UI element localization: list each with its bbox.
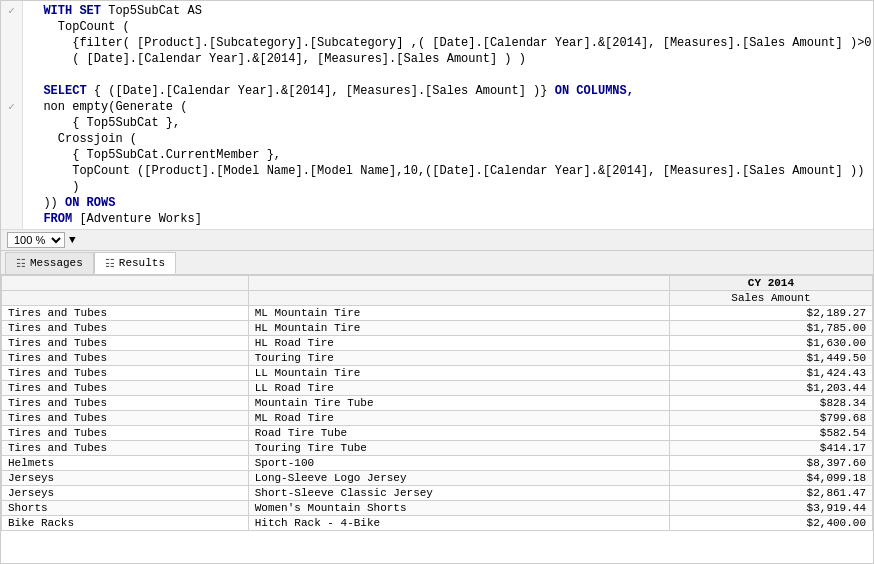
ln-blank5 [1,83,22,99]
cell-category: Tires and Tubes [2,381,249,396]
tabs-bar: ☷ Messages ☷ Results [1,251,873,275]
cell-category: Tires and Tubes [2,336,249,351]
cell-category: Tires and Tubes [2,441,249,456]
code-line-9: Crossjoin ( [29,131,867,147]
code-line-14: FROM [Adventure Works] [29,211,867,227]
ln-blank8 [1,147,22,163]
code-line-2: TopCount ( [29,19,867,35]
th-cat [2,276,249,291]
code-line-4: ( [Date].[Calendar Year].&[2014], [Measu… [29,51,867,67]
cell-value: $2,861.47 [669,486,872,501]
results-table: CY 2014 Sales Amount Tires and TubesML M… [1,275,873,531]
cell-category: Tires and Tubes [2,351,249,366]
cell-name: ML Road Tire [248,411,669,426]
cell-name: ML Mountain Tire [248,306,669,321]
table-row: Tires and TubesHL Mountain Tire$1,785.00 [2,321,873,336]
tab-results[interactable]: ☷ Results [94,252,176,274]
ln-blank11 [1,195,22,211]
cell-name: Women's Mountain Shorts [248,501,669,516]
cell-name: Short-Sleeve Classic Jersey [248,486,669,501]
ln-blank7 [1,131,22,147]
cell-value: $8,397.60 [669,456,872,471]
results-area[interactable]: CY 2014 Sales Amount Tires and TubesML M… [1,275,873,563]
cell-category: Jerseys [2,471,249,486]
code-line-8: { Top5SubCat }, [29,115,867,131]
cell-value: $1,203.44 [669,381,872,396]
cell-value: $828.34 [669,396,872,411]
th-cat2 [2,291,249,306]
cell-name: Touring Tire [248,351,669,366]
ln-blank10 [1,179,22,195]
line-numbers: ✓ ✓ [1,1,23,229]
cell-category: Tires and Tubes [2,366,249,381]
cell-name: LL Road Tire [248,381,669,396]
messages-icon: ☷ [16,257,26,270]
cell-category: Tires and Tubes [2,396,249,411]
editor-area: ✓ ✓ WITH SET Top5SubCat AS TopCount ( [1,1,873,230]
cell-value: $414.17 [669,441,872,456]
code-line-12: ) [29,179,867,195]
code-editor[interactable]: WITH SET Top5SubCat AS TopCount ( {filte… [23,1,873,229]
cell-value: $799.68 [669,411,872,426]
code-line-7: non empty(Generate ( [29,99,867,115]
code-line-3: {filter( [Product].[Subcategory].[Subcat… [29,35,867,51]
table-row: Tires and TubesTouring Tire Tube$414.17 [2,441,873,456]
cell-name: HL Road Tire [248,336,669,351]
code-line-1: WITH SET Top5SubCat AS [29,3,867,19]
ln-check1: ✓ [1,3,22,19]
ln-blank1 [1,19,22,35]
th-sales: Sales Amount [669,291,872,306]
cell-value: $4,099.18 [669,471,872,486]
ln-blank12 [1,211,22,227]
cell-value: $1,785.00 [669,321,872,336]
cell-name: Sport-100 [248,456,669,471]
th-name2 [248,291,669,306]
cell-name: LL Mountain Tire [248,366,669,381]
code-line-11: TopCount ([Product].[Model Name].[Model … [29,163,867,179]
table-row: Tires and TubesLL Road Tire$1,203.44 [2,381,873,396]
tab-messages[interactable]: ☷ Messages [5,252,94,274]
table-row: JerseysLong-Sleeve Logo Jersey$4,099.18 [2,471,873,486]
zoom-arrow-icon: ▼ [69,234,76,246]
cell-value: $582.54 [669,426,872,441]
ln-blank6 [1,115,22,131]
table-row: Tires and TubesRoad Tire Tube$582.54 [2,426,873,441]
cell-category: Shorts [2,501,249,516]
tab-results-label: Results [119,257,165,269]
zoom-select[interactable]: 100 % 75 % 150 % [7,232,65,248]
cell-category: Tires and Tubes [2,411,249,426]
cell-category: Tires and Tubes [2,321,249,336]
cell-name: Road Tire Tube [248,426,669,441]
table-row: Bike RacksHitch Rack - 4-Bike$2,400.00 [2,516,873,531]
table-row: Tires and TubesML Mountain Tire$2,189.27 [2,306,873,321]
cell-value: $1,630.00 [669,336,872,351]
cell-name: Hitch Rack - 4-Bike [248,516,669,531]
cell-name: Long-Sleeve Logo Jersey [248,471,669,486]
cell-value: $3,919.44 [669,501,872,516]
table-row: Tires and TubesHL Road Tire$1,630.00 [2,336,873,351]
table-row: ShortsWomen's Mountain Shorts$3,919.44 [2,501,873,516]
th-name [248,276,669,291]
results-icon: ☷ [105,257,115,270]
cell-name: HL Mountain Tire [248,321,669,336]
table-row: JerseysShort-Sleeve Classic Jersey$2,861… [2,486,873,501]
main-container: ✓ ✓ WITH SET Top5SubCat AS TopCount ( [0,0,874,564]
code-line-13: )) ON ROWS [29,195,867,211]
cell-category: Tires and Tubes [2,306,249,321]
zoom-bar: 100 % 75 % 150 % ▼ [1,230,873,251]
cell-value: $2,400.00 [669,516,872,531]
cell-category: Jerseys [2,486,249,501]
code-line-6: SELECT { ([Date].[Calendar Year].&[2014]… [29,83,867,99]
ln-blank3 [1,51,22,67]
cell-category: Helmets [2,456,249,471]
ln-blank4 [1,67,22,83]
cell-category: Tires and Tubes [2,426,249,441]
code-line-10: { Top5SubCat.CurrentMember }, [29,147,867,163]
cell-value: $1,424.43 [669,366,872,381]
cell-value: $2,189.27 [669,306,872,321]
ln-check2: ✓ [1,99,22,115]
cell-category: Bike Racks [2,516,249,531]
code-line-5 [29,67,867,83]
table-row: Tires and TubesLL Mountain Tire$1,424.43 [2,366,873,381]
table-row: Tires and TubesML Road Tire$799.68 [2,411,873,426]
